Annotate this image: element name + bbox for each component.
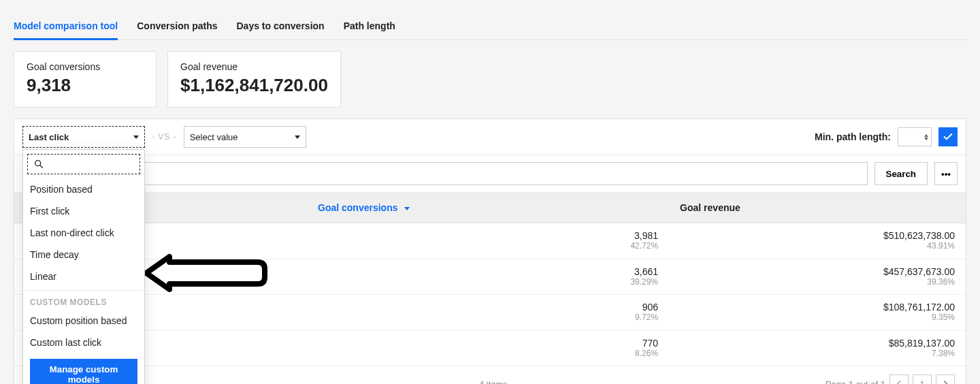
cell-revenue: $108,761,172.00 [680,302,955,313]
metric-label: Goal revenue [180,61,328,72]
search-input[interactable] [22,162,868,185]
apply-button[interactable] [938,127,958,146]
arrow-right-icon [940,379,951,384]
cell-revenue: $457,637,673.00 [680,266,955,277]
svg-point-0 [35,161,41,166]
search-icon [33,159,44,170]
dropdown-option-linear[interactable]: Linear [23,266,144,287]
cell-conversions-pct: 9.72% [318,313,658,323]
cell-conversions: 770 [318,338,658,349]
dropdown-option-last-nondirect[interactable]: Last non-direct click [23,222,144,244]
chevron-down-icon [295,135,300,139]
next-page-button[interactable] [936,374,955,384]
col-goal-conversions[interactable]: Goal conversions [307,193,669,223]
cell-conversions-pct: 39.29% [318,277,658,288]
tab-conversion-paths[interactable]: Conversion paths [137,14,217,39]
table-row: 3,66139.29% $457,637,673.0039.36% [14,259,966,295]
metric-goal-conversions: Goal conversions 9,318 [14,51,157,108]
controls-bar: Last click - VS - Select value Min. path… [14,119,966,155]
metric-goal-revenue: Goal revenue $1,162,841,720.00 [167,51,341,108]
cell-conversions: 3,981 [318,230,658,241]
dropdown-option-position-based[interactable]: Position based [23,178,144,200]
cell-revenue: $510,623,738.00 [680,230,955,241]
tab-label: Model comparison tool [14,20,118,31]
tab-days-to-conversion[interactable]: Days to conversion [236,14,324,39]
footer-items-count: 4 items [161,379,826,384]
dropdown-option-custom-last-click[interactable]: Custom last click [23,332,144,353]
more-button[interactable]: ••• [934,162,958,185]
min-path-length-label: Min. path length: [815,131,891,142]
cell-revenue-pct: 7.38% [680,349,955,359]
dropdown-search-input[interactable] [27,154,140,174]
compare-select-placeholder: Select value [190,132,238,142]
metrics-row: Goal conversions 9,318 Goal revenue $1,1… [14,51,966,108]
compare-select[interactable]: Select value [184,126,306,148]
svg-line-1 [40,165,42,167]
model-select[interactable]: Last click [22,126,145,148]
table-footer: 4 items Page 1 out of 1 1 [14,366,966,384]
check-icon [943,131,953,142]
caret-up-icon [924,134,928,137]
cell-conversions-pct: 42.72% [318,241,658,252]
tab-label: Days to conversion [236,20,324,31]
vs-label: - VS - [152,132,177,142]
dropdown-option-custom-position[interactable]: Custom position based [23,310,144,332]
arrow-left-icon [894,379,904,384]
dropdown-section-custom: CUSTOM MODELS [23,291,144,310]
model-select-value: Last click [29,132,69,142]
chevron-down-icon [133,135,139,139]
col-goal-revenue[interactable]: Goal revenue [669,193,966,223]
sort-desc-icon [404,207,410,210]
metric-value: $1,162,841,720.00 [180,75,328,96]
search-button[interactable]: Search [875,162,928,185]
stepper-arrows [924,134,928,140]
tab-model-comparison[interactable]: Model comparison tool [14,14,118,39]
dropdown-option-first-click[interactable]: First click [23,200,144,222]
results-table: Goal conversions Goal revenue 3,98142.72… [14,193,966,366]
report-card: Last click - VS - Select value Min. path… [14,118,966,384]
min-path-length-input[interactable] [898,127,932,146]
tab-label: Path length [344,20,395,31]
cell-conversions-pct: 8.26% [318,349,658,359]
page-number: 1 [913,374,932,384]
ellipsis-icon: ••• [941,169,951,179]
tabs: Model comparison tool Conversion paths D… [14,14,966,40]
tab-label: Conversion paths [137,20,217,31]
footer-page-text: Page 1 out of 1 [826,379,885,384]
cell-revenue: $85,819,137.00 [680,338,955,349]
cell-revenue-pct: 39.36% [680,277,955,288]
cell-conversions: 3,661 [318,266,658,277]
model-dropdown: Position based First click Last non-dire… [22,149,145,384]
table-row: 7708.26% $85,819,137.007.38% [14,330,966,366]
table-row: 3,98142.72% $510,623,738.0043.91% [14,223,966,259]
cell-conversions: 906 [318,302,658,313]
table-row: 9069.72% $108,761,172.009.35% [14,295,966,331]
manage-custom-models-button[interactable]: Manage custom models [30,359,137,384]
search-bar: Search ••• [14,155,966,193]
caret-down-icon [924,138,928,140]
cell-revenue-pct: 9.35% [680,313,955,323]
metric-label: Goal conversions [27,61,144,72]
tab-path-length[interactable]: Path length [344,14,395,39]
dropdown-option-time-decay[interactable]: Time decay [23,244,144,266]
cell-revenue-pct: 43.91% [680,241,955,252]
prev-page-button[interactable] [889,374,909,384]
metric-value: 9,318 [27,75,144,96]
